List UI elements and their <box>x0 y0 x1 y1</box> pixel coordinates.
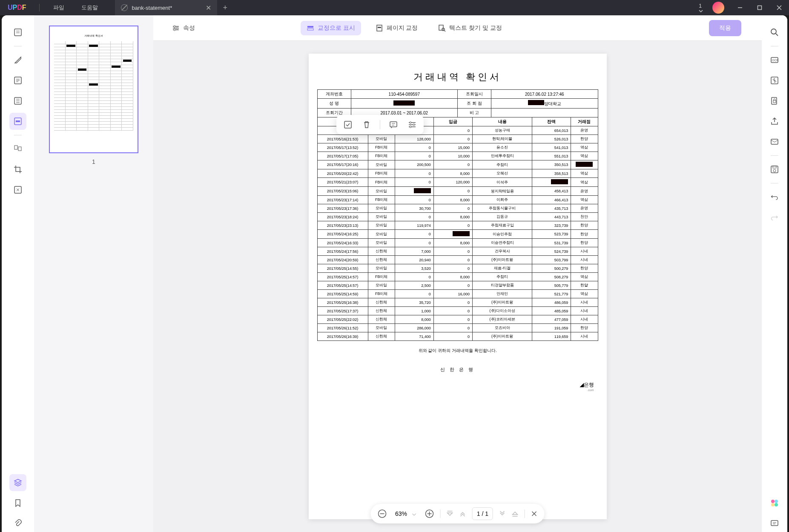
page-redaction-button[interactable]: 페이지 교정 <box>370 21 424 35</box>
svg-point-37 <box>771 29 776 34</box>
svg-rect-19 <box>307 29 313 30</box>
svg-point-15 <box>174 26 175 27</box>
zoom-out-icon[interactable] <box>377 509 387 518</box>
table-row: 2017/05/23(23:13)모바일119,9740주점재료구입323,73… <box>317 221 598 230</box>
redact-tool-icon[interactable] <box>9 113 26 130</box>
redaction-mark[interactable] <box>453 231 470 236</box>
divider <box>771 46 778 46</box>
divider <box>771 183 778 183</box>
window-minimize-icon[interactable] <box>730 0 750 15</box>
page-thumbnail[interactable]: 거래내역 확인서 <box>49 26 138 153</box>
table-row: 2017/05/24(20:59)신한체20,9400(주)이마트왕503,79… <box>317 256 598 264</box>
redaction-mark[interactable] <box>393 100 415 106</box>
svg-rect-2 <box>14 29 21 36</box>
redaction-mark[interactable] <box>576 162 593 167</box>
table-row: 2017/05/24(16:33)모바일08,000이승연주점티531,739한… <box>317 239 598 247</box>
bank-name: 신 한 은 행 <box>317 366 598 373</box>
table-row: 2017/05/25(14:57)모바일2,5000티경얄부함품505,779한… <box>317 281 598 290</box>
comment-icon[interactable] <box>388 119 399 130</box>
left-rail <box>2 15 34 532</box>
attachment-icon[interactable] <box>9 515 26 532</box>
svg-line-24 <box>444 30 445 31</box>
page-indicator[interactable]: 1 / 1 <box>472 507 493 520</box>
zoom-in-icon[interactable] <box>425 509 434 518</box>
comments-panel-icon[interactable] <box>766 515 783 532</box>
undo-icon[interactable] <box>766 189 783 206</box>
ai-assistant-icon[interactable] <box>766 495 783 512</box>
svg-rect-13 <box>18 147 21 151</box>
crop-tool-icon[interactable] <box>9 161 26 178</box>
svg-line-38 <box>776 34 778 36</box>
form-tool-icon[interactable] <box>9 92 26 109</box>
page-count-badge[interactable]: 1 <box>699 3 703 13</box>
first-page-icon[interactable] <box>447 510 453 517</box>
prev-page-icon[interactable] <box>459 510 466 517</box>
redaction-mode-icon <box>121 4 128 11</box>
menu-help[interactable]: 도움말 <box>73 4 106 11</box>
zoom-level[interactable]: 63% <box>393 510 419 517</box>
highlighter-tool-icon[interactable] <box>9 51 26 69</box>
compress-tool-icon[interactable] <box>9 181 26 198</box>
footer-note: 위와 같이 귀하의 거래내역을 확인합니다. <box>317 348 598 354</box>
properties-button[interactable]: 속성 <box>166 21 201 35</box>
last-page-icon[interactable] <box>512 510 519 517</box>
ocr-icon[interactable]: OCR <box>766 51 783 69</box>
share-icon[interactable] <box>766 113 783 130</box>
svg-rect-12 <box>14 146 17 149</box>
document-title: 거래내역 확인서 <box>317 71 598 83</box>
svg-rect-18 <box>307 26 313 28</box>
document-tab[interactable]: bank-statement* ✕ <box>115 0 217 15</box>
delete-icon[interactable] <box>361 119 372 130</box>
svg-point-51 <box>775 503 778 506</box>
transaction-table: 입금 내용 잔액 거래점 0성농구매654,013은영2017/05/16(21… <box>317 117 598 341</box>
svg-rect-11 <box>16 120 20 122</box>
table-row: 2017/05/24(16:25)모바일0이승민주점523,739한양 <box>317 230 598 239</box>
table-row: 2017/05/21(23:07)FB이체0120,000이석주역삼 <box>317 178 598 187</box>
organize-tool-icon[interactable] <box>9 140 26 157</box>
window-close-icon[interactable] <box>769 0 789 15</box>
save-icon[interactable] <box>766 161 783 178</box>
user-avatar[interactable] <box>712 2 724 14</box>
divider <box>440 509 441 518</box>
tab-close-icon[interactable]: ✕ <box>206 4 211 12</box>
close-nav-icon[interactable] <box>531 510 538 517</box>
table-row: 2017/05/25(16:38)신한체35,7200(주)이마트왕486,05… <box>317 298 598 307</box>
confirm-redaction-icon[interactable] <box>342 119 353 130</box>
edit-tool-icon[interactable] <box>9 72 26 89</box>
find-redact-text-button[interactable]: 텍스트 찾기 및 교정 <box>432 21 508 35</box>
divider <box>14 46 22 46</box>
svg-point-49 <box>775 500 778 503</box>
next-page-icon[interactable] <box>499 510 506 517</box>
tab-title: bank-statement* <box>132 5 206 11</box>
show-as-redaction-button[interactable]: 교정으로 표시 <box>301 21 361 35</box>
table-row: 2017/05/23(17:36)모바일30,7000주점통식물구비435,71… <box>317 204 598 213</box>
reader-tool-icon[interactable] <box>9 24 26 41</box>
redaction-mark[interactable] <box>414 188 431 193</box>
svg-rect-21 <box>378 27 381 28</box>
menu-file[interactable]: 파일 <box>45 4 73 11</box>
redaction-mark[interactable] <box>528 100 544 105</box>
email-icon[interactable] <box>766 133 783 150</box>
svg-rect-44 <box>771 139 778 144</box>
redo-icon[interactable] <box>766 209 783 226</box>
svg-point-48 <box>771 500 775 503</box>
right-rail: OCR <box>762 15 787 532</box>
apply-button[interactable]: 적용 <box>709 20 741 36</box>
bank-logo: ◢은행.com <box>317 381 598 392</box>
thumbnail-panel: 거래내역 확인서 1 <box>34 15 153 532</box>
convert-icon[interactable] <box>766 72 783 89</box>
divider <box>380 120 380 129</box>
svg-rect-52 <box>771 521 778 526</box>
selection-toolbar <box>336 115 424 134</box>
tab-add-icon[interactable]: + <box>223 3 228 12</box>
protect-icon[interactable] <box>766 92 783 109</box>
window-maximize-icon[interactable] <box>750 0 769 15</box>
redaction-mark[interactable] <box>551 179 568 184</box>
table-row: 2017/05/26(16:39)신한체71,4000(주)이마트왕119,65… <box>317 332 598 341</box>
settings-icon[interactable] <box>407 119 418 130</box>
table-row: 2017/05/17(20:16)모바일200,5000주점티350,513 <box>317 160 598 169</box>
layers-icon[interactable] <box>9 474 26 491</box>
svg-rect-25 <box>344 121 351 128</box>
bookmark-icon[interactable] <box>9 495 26 512</box>
search-icon[interactable] <box>766 24 783 41</box>
